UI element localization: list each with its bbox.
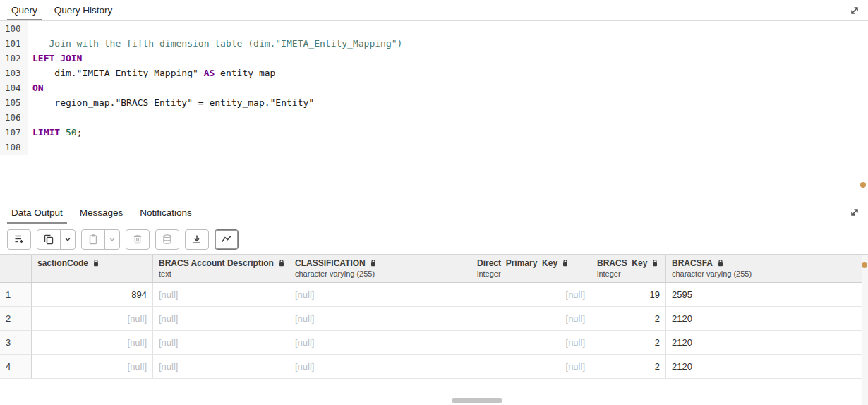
column-header-sactioncode[interactable]: sactionCode [32, 255, 153, 282]
horizontal-scrollbar-thumb[interactable] [452, 398, 502, 403]
table-row: 3 [null] [null] [null] [null] 2 2120 [0, 331, 862, 355]
cell[interactable]: [null] [289, 355, 471, 379]
row-number[interactable]: 1 [0, 283, 32, 307]
cell[interactable]: [null] [153, 355, 289, 379]
copy-button[interactable] [37, 229, 61, 250]
tab-query[interactable]: Query [3, 0, 46, 20]
code-line[interactable]: 104ON [0, 80, 868, 95]
cell[interactable]: [null] [289, 283, 471, 307]
download-csv-button[interactable] [185, 229, 209, 250]
column-type: character varying (255) [295, 270, 465, 278]
code-line[interactable]: 105 region_map."BRACS Entity" = entity_m… [0, 95, 868, 110]
cell[interactable]: [null] [471, 283, 591, 307]
line-number: 103 [0, 66, 28, 80]
tab-messages[interactable]: Messages [71, 202, 132, 224]
lock-icon [717, 259, 724, 267]
cell[interactable]: 2120 [666, 307, 862, 331]
cell[interactable]: [null] [153, 307, 289, 331]
sql-keyword: AS [204, 68, 215, 78]
cell[interactable]: [null] [471, 307, 591, 331]
cell[interactable]: [null] [32, 331, 153, 355]
add-row-icon [13, 234, 25, 245]
table-row: 4 [null] [null] [null] [null] 2 2120 [0, 355, 862, 379]
code-line[interactable]: 108 [0, 140, 868, 155]
line-chart-icon [221, 234, 232, 245]
paste-options-button[interactable] [104, 229, 120, 250]
column-name: Direct_Primary_Key [477, 258, 557, 268]
code-line[interactable]: 100 [0, 21, 868, 36]
download-icon [191, 234, 203, 245]
expand-output-icon[interactable] [848, 206, 861, 219]
line-number: 100 [0, 21, 28, 36]
lock-icon [651, 259, 658, 267]
row-number[interactable]: 3 [0, 331, 32, 355]
column-header-bracs-key[interactable]: BRACS_Key integer [591, 255, 666, 282]
column-type: character varying (255) [672, 270, 862, 278]
cell[interactable]: [null] [32, 307, 153, 331]
code-line[interactable]: 101-- Join with the fifth dimension tabl… [0, 36, 868, 51]
cell[interactable]: 2120 [666, 355, 862, 379]
cell[interactable]: 2595 [666, 283, 862, 307]
line-number: 102 [0, 51, 28, 66]
column-type: integer [477, 270, 585, 278]
column-name: CLASSIFICATION [295, 258, 366, 268]
tab-query-history[interactable]: Query History [46, 0, 121, 20]
results-grid: sactionCode BRACS Account Description te… [0, 254, 868, 405]
tab-data-output[interactable]: Data Output [3, 202, 71, 224]
save-data-changes-button[interactable] [155, 229, 179, 250]
cell[interactable]: 2 [591, 355, 666, 379]
row-number[interactable]: 4 [0, 355, 32, 379]
select-all-corner[interactable] [0, 255, 32, 282]
line-number: 104 [0, 80, 28, 95]
column-name: sactionCode [37, 258, 88, 268]
grid-header-row: sactionCode BRACS Account Description te… [0, 255, 862, 283]
sql-keyword: LIMIT [32, 127, 60, 138]
paste-button[interactable] [81, 229, 105, 250]
column-header-classification[interactable]: CLASSIFICATION character varying (255) [289, 255, 471, 282]
cell[interactable]: [null] [153, 283, 289, 307]
code-line[interactable]: 107LIMIT 50; [0, 125, 868, 140]
output-tabbar: Data Output Messages Notifications [0, 196, 868, 224]
sql-editor[interactable]: 100 101-- Join with the fifth dimension … [0, 21, 868, 196]
add-row-button[interactable] [7, 229, 31, 250]
cell[interactable]: [null] [289, 331, 471, 355]
chevron-down-icon [64, 235, 72, 243]
delete-row-button[interactable] [126, 229, 150, 250]
lock-icon [562, 259, 569, 267]
cell[interactable]: [null] [471, 331, 591, 355]
expand-editor-icon[interactable] [848, 4, 861, 17]
copy-options-button[interactable] [60, 229, 76, 250]
column-name: BRACS Account Description [159, 258, 274, 268]
line-number: 101 [0, 36, 28, 51]
tab-notifications[interactable]: Notifications [131, 202, 200, 224]
sql-number: 50 [66, 127, 77, 138]
cell[interactable]: 2 [591, 331, 666, 355]
column-type: integer [597, 270, 660, 278]
vertical-scrollbar-track[interactable] [862, 255, 868, 405]
cell[interactable]: 2120 [666, 331, 862, 355]
column-header-direct-primary-key[interactable]: Direct_Primary_Key integer [471, 255, 591, 282]
column-header-bracs-account-description[interactable]: BRACS Account Description text [153, 255, 289, 282]
line-number: 107 [0, 125, 28, 140]
cell[interactable]: [null] [289, 307, 471, 331]
sql-keyword: LEFT JOIN [32, 53, 82, 64]
code-line[interactable]: 106 [0, 110, 868, 125]
cell[interactable]: 2 [591, 307, 666, 331]
graph-visualiser-button[interactable] [215, 229, 239, 250]
column-header-bracsfa[interactable]: BRACSFA character varying (255) [666, 255, 862, 282]
cell[interactable]: [null] [471, 355, 591, 379]
code-line[interactable]: 103 dim."IMETA_Entity_Mapping" AS entity… [0, 66, 868, 80]
cell[interactable]: 19 [591, 283, 666, 307]
copy-button-group [37, 229, 76, 250]
editor-scrollbar-thumb[interactable] [860, 182, 866, 188]
line-number: 105 [0, 95, 28, 110]
table-row: 1 894 [null] [null] [null] 19 2595 [0, 283, 862, 307]
cell[interactable]: 894 [32, 283, 153, 307]
cell[interactable]: [null] [32, 355, 153, 379]
paste-button-group [81, 229, 120, 250]
grid-scrollbar-thumb[interactable] [862, 262, 867, 268]
cell[interactable]: [null] [153, 331, 289, 355]
code-line[interactable]: 102LEFT JOIN [0, 51, 868, 66]
row-number[interactable]: 2 [0, 307, 32, 331]
query-tool-window: Query Query History 100 101-- Join with … [0, 0, 868, 405]
